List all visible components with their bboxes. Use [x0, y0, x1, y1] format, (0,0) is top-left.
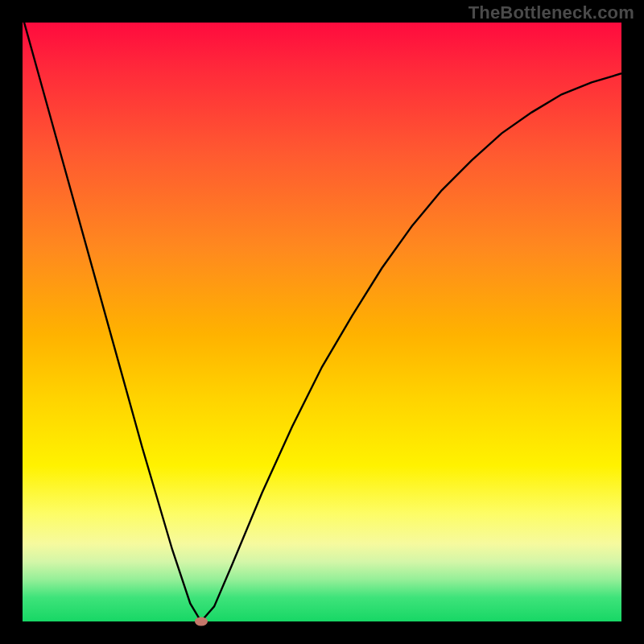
watermark-label: TheBottleneck.com [469, 2, 634, 23]
chart-gradient-bg [23, 23, 621, 621]
bottleneck-curve [23, 23, 621, 621]
optimum-marker [195, 617, 208, 626]
chart-frame: TheBottleneck.com [0, 0, 644, 644]
chart-svg [23, 23, 621, 621]
